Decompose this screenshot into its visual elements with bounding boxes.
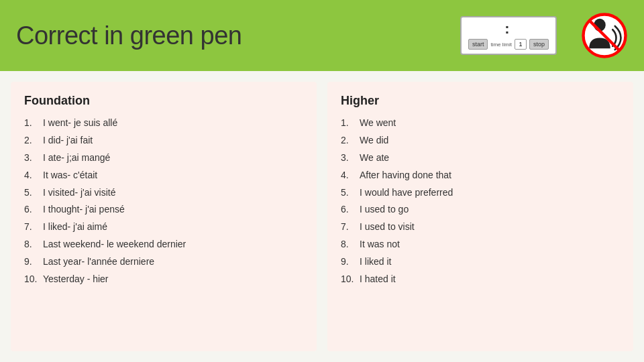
no-talking-icon	[581, 12, 628, 59]
list-item: 7.I liked- j'ai aimé	[24, 219, 303, 236]
list-item: 2.We did	[341, 132, 620, 149]
higher-list: 1.We went2.We did3.We ate4.After having …	[341, 115, 620, 288]
list-item: 5.I would have preferred	[341, 184, 620, 202]
list-item: 8.It was not	[341, 236, 620, 253]
list-item: 1.I went- je suis allé	[24, 115, 303, 132]
page-title: Correct in green pen	[16, 21, 241, 50]
higher-title: Higher	[341, 94, 620, 108]
list-item: 7.I used to visit	[341, 219, 620, 236]
foundation-title: Foundation	[24, 94, 303, 108]
list-item: 4.It was- c'était	[24, 167, 303, 184]
page: Correct in green pen : start time limit …	[0, 0, 644, 362]
list-item: 6.I thought- j'ai pensé	[24, 201, 303, 219]
foundation-list: 1.I went- je suis allé2.I did- j'ai fait…	[24, 115, 303, 288]
content-area: Foundation 1.I went- je suis allé2.I did…	[0, 71, 644, 362]
list-item: 9.I liked it	[341, 253, 620, 271]
higher-panel: Higher 1.We went2.We did3.We ate4.After …	[327, 82, 633, 351]
list-item: 3.We ate	[341, 149, 620, 167]
header: Correct in green pen : start time limit …	[0, 0, 644, 71]
list-item: 8.Last weekend- le weekend dernier	[24, 236, 303, 253]
timer-display: :	[504, 21, 512, 36]
timer-stop-button[interactable]: stop	[529, 39, 549, 50]
foundation-panel: Foundation 1.I went- je suis allé2.I did…	[11, 82, 317, 351]
list-item: 5.I visited- j'ai visité	[24, 184, 303, 202]
timer-start-button[interactable]: start	[468, 39, 488, 50]
list-item: 2.I did- j'ai fait	[24, 132, 303, 149]
timer-limit-label: time limit	[490, 42, 512, 48]
list-item: 3.I ate- j;ai mangé	[24, 149, 303, 167]
list-item: 1.We went	[341, 115, 620, 132]
list-item: 6.I used to go	[341, 201, 620, 219]
list-item: 10.I hated it	[341, 271, 620, 288]
list-item: 4.After having done that	[341, 167, 620, 184]
timer-count: 1	[515, 39, 527, 50]
timer-widget: : start time limit 1 stop	[460, 16, 557, 55]
list-item: 10.Yesterday - hier	[24, 271, 303, 288]
list-item: 9.Last year- l'année derniere	[24, 253, 303, 271]
